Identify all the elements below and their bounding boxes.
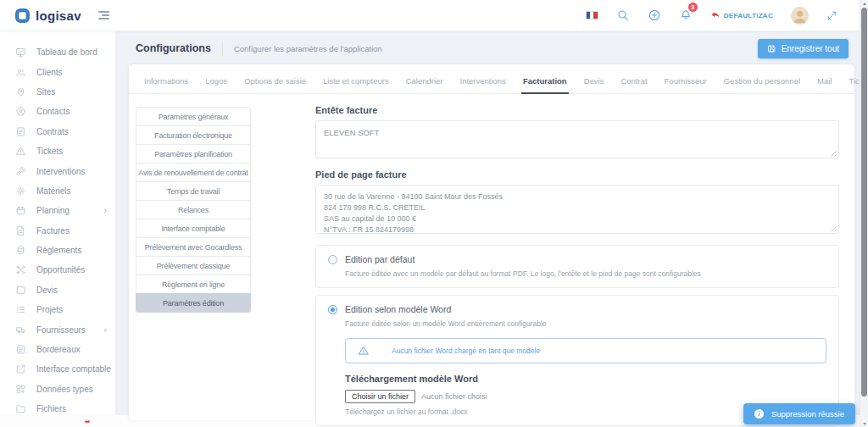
radio-checked-icon[interactable] xyxy=(328,305,337,314)
notifications-bell-icon[interactable]: 3 xyxy=(679,7,693,24)
word-alert-text: Aucun fichier Word chargé en tant que mo… xyxy=(392,347,540,355)
sidebar-item-suppliers[interactable]: Fournisseurs› xyxy=(0,319,115,339)
sidebar-item-label: Projets xyxy=(36,305,63,314)
sidebar-item-interventions[interactable]: Interventions xyxy=(0,161,115,180)
chevron-right-icon: › xyxy=(103,325,107,335)
invoice-header-textarea[interactable]: ELEVEN SOFT xyxy=(315,120,839,158)
files-icon xyxy=(15,403,26,414)
tab-gestion-du-personnel[interactable]: Gestion du personnel xyxy=(722,76,802,94)
page-header: Configurations Configurer les paramètres… xyxy=(116,31,860,64)
sidebar-item-files[interactable]: Fichiers xyxy=(0,399,115,415)
edition-settings-form: Entête facture ELEVEN SOFT Pied de page … xyxy=(315,104,839,427)
tab-devis[interactable]: Devis xyxy=(582,76,606,94)
submenu-item-interface-comptable[interactable]: Interface comptable xyxy=(136,219,251,238)
planning-icon xyxy=(15,205,26,216)
avatar[interactable] xyxy=(791,7,809,25)
submenu-item-prelevement-gocardless[interactable]: Prélèvement avec Gocardless xyxy=(136,237,251,257)
clients-icon xyxy=(15,67,26,78)
opportunities-icon xyxy=(15,264,26,275)
main-content: Configurations Configurer les paramètres… xyxy=(116,31,860,415)
sidebar-item-data-types[interactable]: Données types xyxy=(0,380,115,399)
submenu-item-facturation-electronique[interactable]: Facturation électronique xyxy=(136,125,251,145)
data-types-icon xyxy=(15,384,26,395)
option-word-description: Facture éditée selon un modèle Word enti… xyxy=(345,319,826,328)
submenu-item-relances[interactable]: Relances xyxy=(136,200,251,219)
tab-logos[interactable]: Logos xyxy=(203,76,229,94)
submenu-item-prelevement-classique[interactable]: Prélèvement classique xyxy=(136,256,251,275)
scroll-up-arrow-icon[interactable]: ▲ xyxy=(860,1,868,6)
sidebar-item-label: Clients xyxy=(36,68,63,77)
sidebar-item-label: Interventions xyxy=(36,167,85,176)
sidebar-item-planning[interactable]: Planning› xyxy=(0,201,115,220)
sidebar-item-label: Fournisseurs xyxy=(36,325,86,335)
sidebar-item-label: Contrats xyxy=(36,127,69,136)
save-icon xyxy=(767,44,776,53)
option-word-radio-row[interactable]: Edition selon modèle Word xyxy=(328,304,826,314)
sidebar-item-invoices[interactable]: Factures xyxy=(0,221,115,241)
search-icon[interactable] xyxy=(616,8,630,22)
sidebar-item-clients[interactable]: Clients xyxy=(0,62,115,81)
submenu-item-parametres-generaux[interactable]: Paramètres généraux xyxy=(136,107,251,126)
sidebar-item-slips[interactable]: Bordereaux xyxy=(0,340,115,359)
page-subtitle: Configurer les paramètres de l'applicati… xyxy=(234,44,382,53)
tab-facturation[interactable]: Facturation xyxy=(521,76,569,94)
option-default-label: Edition par défaut xyxy=(345,254,415,264)
tab-fournisseur[interactable]: Fournisseur xyxy=(663,76,709,94)
option-default-radio-row[interactable]: Edition par défaut xyxy=(328,254,826,264)
sidebar-item-label: Interface comptable xyxy=(36,364,111,374)
sidebar-item-accounting-interface[interactable]: Interface comptable xyxy=(0,359,115,379)
scroll-down-arrow-icon[interactable]: ▼ xyxy=(860,421,868,426)
save-all-button[interactable]: Enregistrer tout xyxy=(758,39,849,58)
materials-icon xyxy=(15,186,26,197)
menu-toggle-icon[interactable] xyxy=(95,8,113,23)
tab-calendrier[interactable]: Calendrier xyxy=(404,76,445,94)
submenu-item-reglement-en-ligne[interactable]: Règlement en ligne xyxy=(136,274,251,294)
sidebar-item-payments[interactable]: Règlements xyxy=(0,241,115,260)
sidebar-item-label: Fichiers xyxy=(36,404,66,413)
fullscreen-icon[interactable] xyxy=(826,10,837,21)
sidebar-item-tickets[interactable]: Tickets xyxy=(0,141,115,161)
interventions-icon xyxy=(15,166,26,177)
sidebar-item-opportunities[interactable]: Opportunités xyxy=(0,260,115,280)
sidebar-item-sites[interactable]: Sites xyxy=(0,82,115,102)
submenu-item-avis-renouvellement-contrat[interactable]: Avis de renouvellement de contrat xyxy=(136,163,251,182)
projects-icon xyxy=(15,304,26,315)
sidebar-item-quotes[interactable]: Devis xyxy=(0,280,115,300)
sidebar-item-projects[interactable]: Projets xyxy=(0,300,115,319)
sidebar-item-dashboard[interactable]: Tableau de bord xyxy=(0,42,115,62)
sidebar-item-contacts[interactable]: Contacts xyxy=(0,102,115,121)
sidebar-item-contracts[interactable]: Contrats xyxy=(0,122,115,141)
sidebar-item-materials[interactable]: Matériels xyxy=(0,181,115,201)
tab-liste-et-compteurs[interactable]: Liste et compteurs xyxy=(321,76,391,94)
invoice-footer-textarea[interactable]: 30 rue de la Varenne - 94100 Saint Maur … xyxy=(315,185,839,234)
sidebar-item-label: Sites xyxy=(36,87,55,97)
submenu-item-temps-de-travail[interactable]: Temps de travail xyxy=(136,181,251,201)
tab-contrat[interactable]: Contrat xyxy=(619,76,648,94)
session-user[interactable]: DEFAULT\ZAC xyxy=(710,10,773,20)
invoice-header-label: Entête facture xyxy=(315,105,839,115)
language-flag-icon[interactable] xyxy=(586,11,598,19)
sidebar-item-label: Contacts xyxy=(36,107,70,116)
vertical-scrollbar[interactable]: ▲ ▼ xyxy=(860,0,868,427)
scrollbar-thumb[interactable] xyxy=(861,8,867,396)
submenu-item-parametres-planification[interactable]: Paramètres planification xyxy=(136,144,251,164)
page-title: Configurations xyxy=(136,42,211,54)
header-divider xyxy=(222,42,223,56)
upload-section-title: Téléchargement modèle Word xyxy=(345,374,826,384)
user-label: DEFAULT\ZAC xyxy=(724,12,773,19)
tab-mail[interactable]: Mail xyxy=(815,76,833,94)
quick-add-icon[interactable] xyxy=(648,8,661,22)
tab-options-de-saisie[interactable]: Options de saisie xyxy=(242,76,308,94)
toast-notification: i Suppression réussie xyxy=(743,403,855,424)
radio-unchecked-icon[interactable] xyxy=(328,255,337,264)
configuration-tabs: Informations Logos Options de saisie Lis… xyxy=(129,64,854,94)
accounting-interface-icon xyxy=(15,363,26,374)
tab-interventions[interactable]: Interventions xyxy=(459,76,508,94)
tab-informations[interactable]: Informations xyxy=(142,76,190,94)
submenu-item-parametres-edition[interactable]: Paramètres édition xyxy=(136,293,251,313)
option-default-edition: Edition par défaut Facture éditée avec u… xyxy=(315,245,839,288)
sidebar-item-label: Opportunités xyxy=(36,265,85,274)
top-bar: logisav 3 DEFAULT\ZAC xyxy=(0,0,860,31)
logo[interactable]: logisav xyxy=(0,8,81,23)
choose-file-button[interactable]: Choisir un fichier xyxy=(345,390,415,403)
